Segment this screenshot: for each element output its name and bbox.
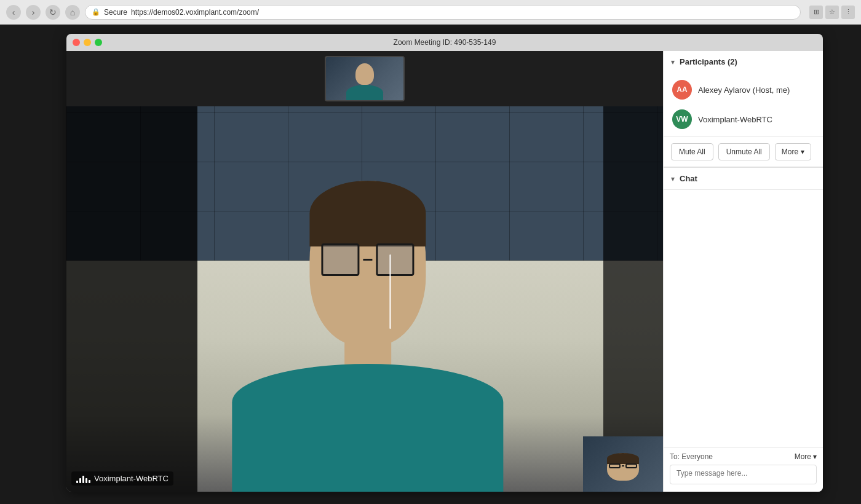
- thumbnail-video[interactable]: [325, 56, 405, 101]
- participant-name-vw: Voximplant-WebRTC: [698, 115, 772, 124]
- video-background: [66, 106, 663, 492]
- main-video: Voximplant-WebRTC: [66, 106, 663, 492]
- window-title: Zoom Meeting ID: 490-535-149: [394, 38, 496, 47]
- main-layout: Voximplant-WebRTC: [66, 51, 823, 492]
- chat-more-chevron-icon: ▾: [813, 452, 817, 461]
- video-area: Voximplant-WebRTC: [66, 51, 663, 492]
- address-bar[interactable]: 🔒 Secure https://demos02.voximplant.com/…: [85, 5, 801, 20]
- chat-input[interactable]: [670, 465, 817, 484]
- participant-name-aa: Alexey Aylarov (Host, me): [698, 85, 790, 95]
- audio-bar-5: [89, 480, 90, 483]
- person-body: [232, 364, 503, 492]
- glass-bridge: [363, 259, 372, 261]
- bookmark-button[interactable]: ☆: [825, 6, 839, 19]
- reload-button[interactable]: ↻: [46, 5, 60, 20]
- audio-bar-2: [79, 478, 81, 483]
- unmute-all-button[interactable]: Unmute All: [718, 143, 770, 160]
- chat-title: Chat: [680, 174, 815, 183]
- thumbnail-face: [326, 57, 403, 100]
- participant-name-overlay: Voximplant-WebRTC: [94, 474, 169, 483]
- person-glasses: [321, 243, 414, 277]
- avatar-vw-initials: VW: [676, 115, 688, 124]
- right-lens: [376, 243, 414, 277]
- avatar-aa-initials: AA: [676, 85, 687, 94]
- chat-more-label: More: [795, 452, 811, 461]
- audio-bar-4: [85, 478, 87, 483]
- small-right-lens: [625, 463, 637, 468]
- small-video[interactable]: [583, 436, 663, 492]
- chat-chevron-icon: ▾: [671, 175, 675, 183]
- audio-bar-3: [82, 476, 84, 483]
- back-button[interactable]: ‹: [6, 5, 21, 20]
- small-person-hair: [607, 453, 639, 464]
- chat-more-button[interactable]: More ▾: [795, 452, 817, 461]
- participants-more-label: More: [782, 148, 798, 156]
- person-head: [309, 181, 426, 345]
- chat-footer: To: Everyone More ▾: [664, 447, 823, 492]
- chat-to-line: To: Everyone More ▾: [670, 452, 817, 461]
- person-container: [174, 125, 562, 492]
- left-lens: [321, 243, 359, 277]
- participants-more-chevron-icon: ▾: [801, 148, 804, 156]
- secure-icon: 🔒: [92, 8, 100, 16]
- browser-toolbar: ⊞ ☆ ⋮: [809, 6, 855, 19]
- browser-chrome: ‹ › ↻ ⌂ 🔒 Secure https://demos02.voximpl…: [0, 0, 861, 25]
- chat-section: ▾ Chat To: Everyone More ▾: [664, 167, 823, 492]
- person-hair: [309, 181, 426, 246]
- url-text: Secure: [104, 8, 127, 17]
- avatar-aa: AA: [672, 80, 692, 100]
- window-controls: [73, 39, 102, 46]
- mute-all-button[interactable]: Mute All: [671, 143, 713, 160]
- home-button[interactable]: ⌂: [65, 5, 80, 20]
- chat-header[interactable]: ▾ Chat: [664, 168, 823, 190]
- app-window: Zoom Meeting ID: 490-535-149: [66, 34, 823, 492]
- participant-item-vw: VW Voximplant-WebRTC: [664, 104, 823, 134]
- chat-body: [664, 190, 823, 447]
- participants-section: ▾ Participants (2) AA Alexey Aylarov (Ho…: [664, 51, 823, 167]
- participants-actions: Mute All Unmute All More ▾: [664, 136, 823, 167]
- participants-title: Participants (2): [680, 57, 815, 66]
- small-person-glasses: [609, 463, 638, 468]
- extensions-button[interactable]: ⊞: [809, 6, 823, 19]
- participant-item-aa: AA Alexey Aylarov (Host, me): [664, 75, 823, 104]
- name-overlay: Voximplant-WebRTC: [71, 471, 173, 486]
- close-button[interactable]: [73, 39, 80, 46]
- participants-header[interactable]: ▾ Participants (2): [664, 51, 823, 73]
- participants-chevron-icon: ▾: [671, 58, 675, 66]
- thumbnail-strip: [66, 51, 663, 106]
- minimize-button[interactable]: [84, 39, 91, 46]
- small-left-lens: [609, 463, 621, 468]
- dark-right-panel: [603, 106, 663, 492]
- small-video-content: [583, 436, 663, 492]
- sidebar: ▾ Participants (2) AA Alexey Aylarov (Ho…: [663, 51, 823, 492]
- small-person-head: [607, 453, 639, 481]
- url-value: https://demos02.voximplant.com/zoom/: [131, 8, 259, 17]
- participants-more-button[interactable]: More ▾: [775, 143, 811, 160]
- chat-to-label: To: Everyone: [670, 452, 713, 461]
- maximize-button[interactable]: [95, 39, 102, 46]
- avatar-vw: VW: [672, 109, 692, 129]
- title-bar: Zoom Meeting ID: 490-535-149: [66, 34, 823, 51]
- participant-list: AA Alexey Aylarov (Host, me) VW Voximpla…: [664, 73, 823, 136]
- audio-indicator: [76, 474, 90, 483]
- small-bridge: [622, 465, 625, 467]
- forward-button[interactable]: ›: [26, 5, 41, 20]
- settings-button[interactable]: ⋮: [841, 6, 855, 19]
- audio-bar-1: [76, 481, 78, 483]
